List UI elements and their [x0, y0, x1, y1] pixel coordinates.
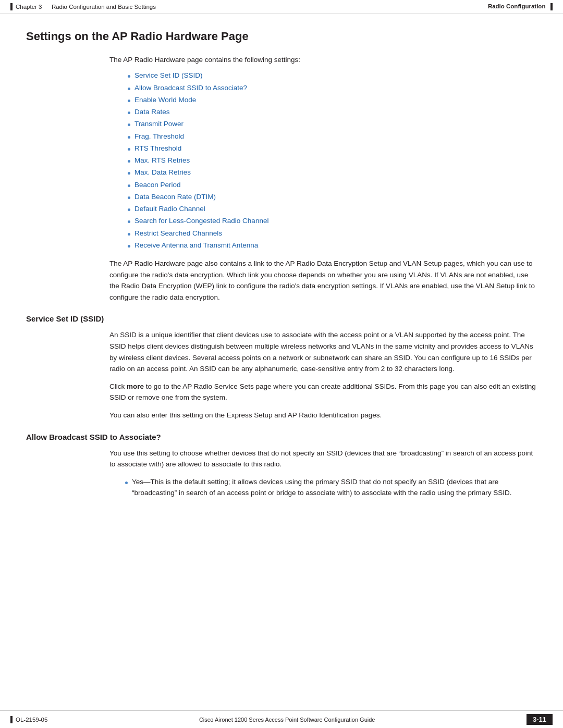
list-item: Restrict Searched Channels — [128, 228, 537, 239]
page-title: Settings on the AP Radio Hardware Page — [26, 30, 537, 43]
section-heading-broadcast: Allow Broadcast SSID to Associate? — [26, 433, 537, 441]
list-item: Allow Broadcast SSID to Associate? — [128, 83, 537, 93]
bullet-dot — [128, 184, 130, 187]
link-max-rts-retries[interactable]: Max. RTS Retries — [134, 155, 190, 166]
link-restrict-searched[interactable]: Restrict Searched Channels — [134, 228, 222, 239]
list-item: Data Rates — [128, 107, 537, 117]
page-number: 3-11 — [527, 714, 553, 725]
link-beacon-period[interactable]: Beacon Period — [134, 180, 181, 190]
bullet-dot — [128, 220, 130, 223]
links-list: Service Set ID (SSID) Allow Broadcast SS… — [128, 70, 537, 251]
link-receive-transmit-antenna[interactable]: Receive Antenna and Transmit Antenna — [134, 240, 258, 251]
bullet-dot — [128, 88, 130, 90]
body-paragraph: The AP Radio Hardware page also contains… — [109, 258, 537, 303]
chapter-label: Chapter 3 — [16, 4, 42, 10]
link-rts-threshold[interactable]: RTS Threshold — [134, 143, 181, 154]
broadcast-paragraph-1: You use this setting to choose whether d… — [109, 448, 537, 470]
footer-bar-icon — [10, 716, 13, 723]
ssid-paragraph-2: Click more to go to the AP Radio Service… — [109, 381, 537, 403]
footer-center: Cisco Aironet 1200 Seres Access Point So… — [47, 717, 527, 723]
bullet-dot — [128, 233, 130, 236]
list-item: Transmit Power — [128, 119, 537, 129]
list-item: Search for Less-Congested Radio Channel — [128, 216, 537, 226]
bullet-dot — [128, 124, 130, 126]
bullet-dot — [128, 208, 130, 211]
bullet-dot — [128, 112, 130, 114]
header-right-bar-icon — [550, 3, 553, 10]
list-item: Beacon Period — [128, 180, 537, 190]
bullet-dot — [128, 245, 130, 248]
link-enable-world-mode[interactable]: Enable World Mode — [134, 95, 196, 105]
link-data-rates[interactable]: Data Rates — [134, 107, 170, 117]
section-service-set-id: Service Set ID (SSID) An SSID is a uniqu… — [26, 314, 537, 421]
section-content-ssid: An SSID is a unique identifier that clie… — [109, 329, 537, 421]
footer-bar: OL-2159-05 Cisco Aironet 1200 Seres Acce… — [0, 710, 563, 728]
link-max-data-retries[interactable]: Max. Data Retries — [134, 167, 191, 178]
bullet-dot — [128, 75, 130, 78]
list-item: Max. RTS Retries — [128, 155, 537, 166]
sub-bullet-dot — [125, 482, 128, 484]
list-item: Service Set ID (SSID) — [128, 70, 537, 81]
ssid-paragraph-1: An SSID is a unique identifier that clie… — [109, 329, 537, 374]
link-data-beacon-rate[interactable]: Data Beacon Rate (DTIM) — [134, 192, 216, 202]
link-default-radio-channel[interactable]: Default Radio Channel — [134, 204, 205, 214]
page-container: Chapter 3 Radio Configuration and Basic … — [0, 0, 563, 728]
list-item: Receive Antenna and Transmit Antenna — [128, 240, 537, 251]
header-bar: Chapter 3 Radio Configuration and Basic … — [0, 0, 563, 14]
link-allow-broadcast[interactable]: Allow Broadcast SSID to Associate? — [134, 83, 247, 93]
header-section-label: Radio Configuration — [488, 3, 553, 10]
broadcast-sub-list: Yes—This is the default setting; it allo… — [125, 476, 537, 499]
bold-more: more — [127, 382, 144, 390]
list-item: Frag. Threshold — [128, 131, 537, 142]
link-search-less-congested[interactable]: Search for Less-Congested Radio Channel — [134, 216, 268, 226]
bullet-dot — [128, 196, 130, 199]
list-item: Enable World Mode — [128, 95, 537, 105]
header-left: Chapter 3 Radio Configuration and Basic … — [10, 3, 156, 10]
ssid-paragraph-3: You can also enter this setting on the E… — [109, 410, 537, 421]
sub-list-item-text: Yes—This is the default setting; it allo… — [132, 476, 537, 499]
chapter-title: Radio Configuration and Basic Settings — [52, 4, 156, 10]
list-item: Default Radio Channel — [128, 204, 537, 214]
bullet-dot — [128, 136, 130, 139]
list-item: Max. Data Retries — [128, 167, 537, 178]
list-item: Data Beacon Rate (DTIM) — [128, 192, 537, 202]
bullet-dot — [128, 100, 130, 102]
section-content-broadcast: You use this setting to choose whether d… — [109, 448, 537, 499]
sub-list-item: Yes—This is the default setting; it allo… — [125, 476, 537, 499]
bullet-dot — [128, 148, 130, 151]
section-allow-broadcast: Allow Broadcast SSID to Associate? You u… — [26, 433, 537, 499]
link-transmit-power[interactable]: Transmit Power — [134, 119, 183, 129]
bullet-dot — [128, 172, 130, 175]
section-heading-ssid: Service Set ID (SSID) — [26, 314, 537, 323]
section-label-text: Radio Configuration — [488, 3, 546, 9]
footer-left: OL-2159-05 — [10, 716, 47, 723]
link-frag-threshold[interactable]: Frag. Threshold — [134, 131, 184, 142]
main-content: Settings on the AP Radio Hardware Page T… — [0, 14, 563, 710]
list-item: RTS Threshold — [128, 143, 537, 154]
bullet-dot — [128, 160, 130, 163]
header-bar-icon — [10, 3, 13, 10]
doc-number: OL-2159-05 — [16, 717, 47, 723]
doc-title: Cisco Aironet 1200 Seres Access Point So… — [199, 717, 375, 723]
link-service-set-id[interactable]: Service Set ID (SSID) — [134, 70, 203, 81]
intro-paragraph: The AP Radio Hardware page contains the … — [109, 55, 537, 65]
